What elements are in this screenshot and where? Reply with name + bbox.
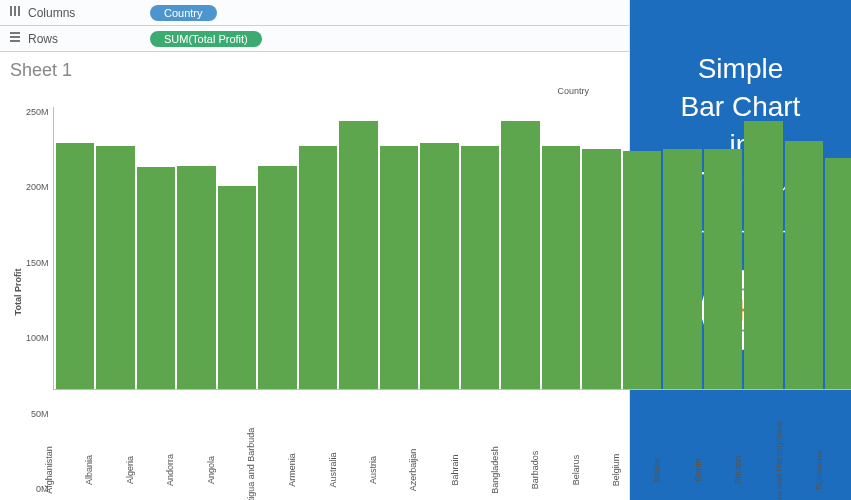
bar-armenia[interactable] (299, 146, 338, 389)
bar-barbados[interactable] (542, 146, 581, 389)
bar-australia[interactable] (339, 121, 378, 389)
rows-text: Rows (28, 32, 58, 46)
chart-bars[interactable] (53, 107, 851, 390)
svg-rect-5 (10, 40, 20, 42)
column-axis-header: Country (557, 86, 589, 96)
svg-rect-2 (18, 6, 20, 16)
bar-belize[interactable] (663, 149, 702, 389)
y-tick: 50M (26, 409, 49, 419)
bar-bosnia-and-herzegovina[interactable] (785, 141, 824, 389)
bar-belarus[interactable] (582, 149, 621, 389)
bar-afghanistan[interactable] (56, 143, 95, 389)
bar-algeria[interactable] (137, 167, 176, 389)
bar-andorra[interactable] (177, 166, 216, 389)
y-axis-label: Total Profit (13, 268, 23, 315)
bar-angola[interactable] (218, 186, 257, 389)
bar-botswana[interactable] (825, 158, 851, 389)
y-tick: 150M (26, 258, 49, 268)
rows-shelf[interactable]: Rows SUM(Total Profit) (0, 26, 629, 52)
columns-text: Columns (28, 6, 75, 20)
rows-shelf-label: Rows (0, 31, 150, 46)
bar-bhutan[interactable] (744, 121, 783, 389)
svg-rect-3 (10, 32, 20, 34)
x-tick: Belgium (622, 390, 661, 500)
svg-rect-0 (10, 6, 12, 16)
bar-bahrain[interactable] (461, 146, 500, 389)
bar-azerbaijan[interactable] (420, 143, 459, 389)
columns-icon (8, 5, 22, 20)
columns-shelf-label: Columns (0, 5, 150, 20)
sheet-title[interactable]: Sheet 1 (10, 60, 619, 81)
bar-bangladesh[interactable] (501, 121, 540, 389)
x-axis-ticks: AfghanistanAlbaniaAlgeriaAndorraAngolaAn… (53, 390, 851, 500)
y-axis-ticks: 250M200M150M100M50M0M (26, 83, 53, 500)
worksheet: Sheet 1 Country Total Profit 250M200M150… (0, 52, 629, 500)
rows-pill-profit[interactable]: SUM(Total Profit) (150, 31, 262, 47)
bar-belgium[interactable] (623, 151, 662, 389)
y-tick: 100M (26, 333, 49, 343)
columns-pill-country[interactable]: Country (150, 5, 217, 21)
bar-antigua-and-barbuda[interactable] (258, 166, 297, 389)
rows-icon (8, 31, 22, 46)
svg-rect-1 (14, 6, 16, 16)
bar-albania[interactable] (96, 146, 135, 389)
svg-rect-4 (10, 36, 20, 38)
bar-benin[interactable] (704, 149, 743, 389)
bar-austria[interactable] (380, 146, 419, 389)
y-tick: 250M (26, 107, 49, 117)
columns-shelf[interactable]: Columns Country (0, 0, 629, 26)
y-tick: 200M (26, 182, 49, 192)
